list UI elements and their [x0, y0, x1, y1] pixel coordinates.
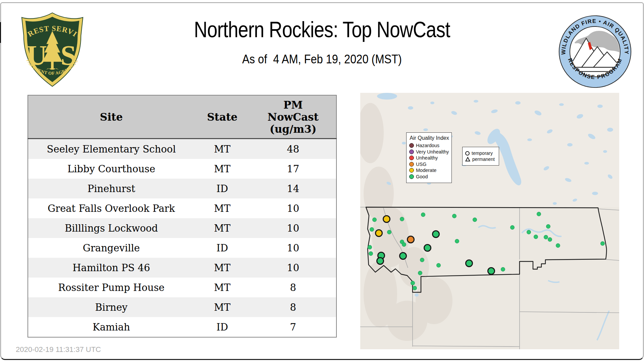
monitor-marker-temporary: [400, 217, 404, 221]
monitor-marker-permanent: [465, 259, 473, 267]
page-subtitle: As of 4 AM, Feb 19, 2020 (MST): [39, 52, 605, 66]
nowcast-table-body: Seeley Elementary SchoolMT48Libby Courth…: [28, 139, 336, 338]
monitor-marker-permanent: [487, 267, 495, 275]
table-row: Seeley Elementary SchoolMT48: [28, 139, 336, 159]
aqi-legend-label: Good: [416, 174, 428, 179]
table-row: BirneyMT8: [28, 297, 336, 317]
monitor-marker-temporary: [420, 258, 424, 262]
monitor-marker-temporary: [455, 239, 459, 243]
aqi-legend-item: Very Unhealthy: [409, 149, 449, 155]
site-cell: Great Falls Overlook Park: [28, 198, 195, 218]
monitor-marker-temporary: [370, 227, 374, 232]
monitor-marker-temporary: [369, 251, 373, 256]
monitor-marker-temporary: [368, 245, 372, 249]
aqi-legend-item: Hazardous: [409, 143, 449, 148]
site-cell: Seeley Elementary School: [28, 139, 195, 159]
aqi-legend-item: Moderate: [409, 168, 449, 173]
site-cell: Hamilton PS 46: [28, 258, 195, 278]
aqi-color-swatch-icon: [409, 156, 414, 160]
monitor-marker-temporary: [411, 281, 415, 285]
nowcast-table: Site State PM NowCast (ug/m3) Seeley Ele…: [28, 95, 337, 338]
monitor-marker-temporary: [436, 263, 441, 267]
monitor-marker-permanent: [399, 252, 407, 260]
state-cell: MT: [195, 278, 250, 297]
aqi-legend-label: Moderate: [416, 168, 436, 173]
table-row: KamiahID7: [28, 317, 336, 337]
monitor-marker-temporary: [372, 218, 377, 222]
pm-value-cell: 10: [250, 238, 336, 258]
pm-value-cell: 10: [250, 198, 336, 218]
page-title: Northern Rockies: Top NowCast: [52, 17, 593, 42]
monitor-marker-temporary: [556, 243, 560, 248]
site-cell: Billlings Lockwood: [28, 218, 195, 238]
monitor-marker-temporary: [537, 212, 541, 216]
pm-value-cell: 8: [250, 278, 336, 297]
monitor-marker-temporary: [544, 235, 548, 239]
table-row: PinehurstID14: [28, 179, 336, 198]
site-cell: Rossiter Pump House: [28, 278, 195, 297]
site-cell: Pinehurst: [28, 179, 195, 198]
table-row: GrangevilleID10: [28, 238, 336, 258]
generation-timestamp: 2020-02-19 11:31:37 UTC: [16, 345, 101, 354]
monitor-marker-temporary: [534, 235, 538, 239]
site-cell: Libby Courthouse: [28, 159, 195, 179]
aqi-legend-item: USG: [409, 162, 449, 167]
table-row: Rossiter Pump HouseMT8: [28, 278, 336, 297]
symbol-legend: temporary permanent: [462, 147, 499, 166]
monitor-marker-permanent: [383, 215, 390, 223]
state-cell: MT: [195, 198, 250, 218]
state-cell: MT: [195, 159, 250, 179]
basemap: [360, 93, 619, 349]
monitor-marker-temporary: [418, 271, 422, 275]
monitor-marker-temporary: [402, 242, 406, 247]
aqi-legend-items: HazardousVery UnhealthyUnhealthyUSGModer…: [409, 143, 449, 179]
permanent-symbol-icon: [465, 157, 470, 162]
monitor-marker-temporary: [548, 237, 552, 242]
monitor-marker-permanent: [424, 244, 431, 252]
monitor-marker-temporary: [452, 214, 457, 218]
column-header-state: State: [195, 95, 250, 139]
column-header-pm: PM NowCast (ug/m3): [250, 95, 336, 139]
table-row: Hamilton PS 46MT10: [28, 258, 336, 278]
aqi-legend-title: Air Quality Index: [409, 135, 449, 141]
state-cell: MT: [195, 297, 250, 317]
state-cell: MT: [195, 139, 250, 159]
monitor-marker-permanent: [375, 229, 383, 237]
table-row: Libby CourthouseMT17: [28, 159, 336, 179]
monitor-marker-temporary: [413, 286, 417, 290]
aqi-color-swatch-icon: [409, 168, 414, 173]
table-row: Billlings LockwoodMT10: [28, 218, 336, 238]
monitor-marker-temporary: [546, 224, 550, 229]
aqi-legend-item: Good: [409, 174, 449, 179]
pm-value-cell: 14: [250, 179, 336, 198]
aqi-legend-label: Hazardous: [416, 143, 439, 148]
state-cell: ID: [195, 238, 250, 258]
air-quality-map: Air Quality Index HazardousVery Unhealth…: [360, 93, 619, 349]
monitor-marker-temporary: [510, 225, 515, 230]
pm-value-cell: 48: [250, 139, 336, 159]
site-cell: Kamiah: [28, 317, 195, 337]
pm-value-cell: 10: [250, 218, 336, 238]
aqi-color-swatch-icon: [409, 174, 414, 179]
aqi-legend-label: Unhealthy: [416, 155, 438, 161]
column-header-site: Site: [28, 95, 195, 139]
monitor-marker-permanent: [432, 230, 440, 238]
aqi-legend-item: Unhealthy: [409, 155, 449, 161]
aqi-color-swatch-icon: [409, 143, 414, 148]
aqi-color-swatch-icon: [409, 162, 414, 167]
state-cell: MT: [195, 258, 250, 278]
state-cell: MT: [195, 218, 250, 238]
table-row: Great Falls Overlook ParkMT10: [28, 198, 336, 218]
monitor-marker-permanent: [376, 257, 384, 265]
edge-artifact: [0, 22, 1, 43]
aqi-legend: Air Quality Index HazardousVery Unhealth…: [406, 132, 452, 183]
pm-value-cell: 17: [250, 159, 336, 179]
permanent-label: permanent: [472, 157, 495, 162]
temporary-label: temporary: [472, 150, 493, 156]
aqi-color-swatch-icon: [409, 149, 414, 154]
state-cell: ID: [195, 179, 250, 198]
monitor-marker-temporary: [421, 213, 425, 217]
monitor-marker-temporary: [473, 218, 477, 222]
aqi-legend-label: USG: [416, 162, 426, 167]
temporary-symbol-icon: [465, 151, 470, 156]
